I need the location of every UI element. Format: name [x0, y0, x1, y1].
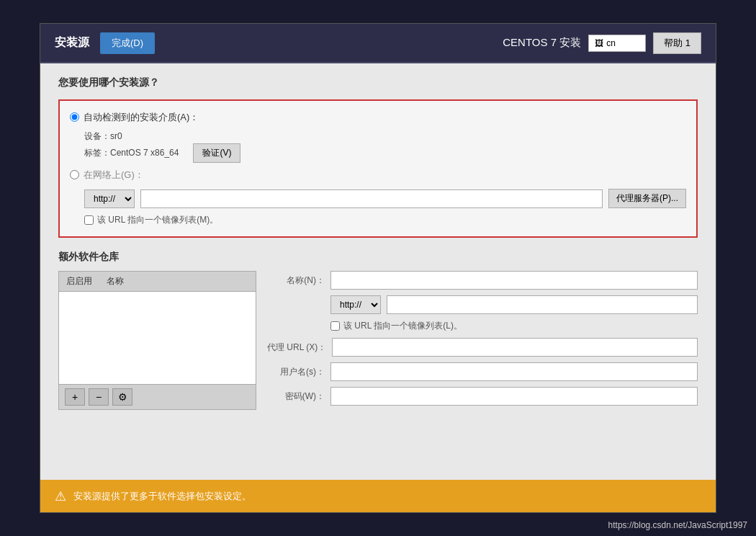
- repo-mirror-label: 该 URL 指向一个镜像列表(L)。: [343, 320, 462, 332]
- header-left: 安装源 完成(D): [55, 32, 155, 54]
- url-input[interactable]: [140, 189, 603, 208]
- language-selector[interactable]: 🖼 cn: [588, 35, 646, 52]
- url-checkbox-row: 该 URL 指向一个镜像列表(M)。: [84, 214, 686, 226]
- repo-mirror-checkbox-row: 该 URL 指向一个镜像列表(L)。: [330, 320, 698, 332]
- label-text: 标签：CentOS 7 x86_64: [84, 146, 179, 160]
- network-radio[interactable]: [70, 170, 79, 179]
- repo-password-label: 密码(W)：: [267, 390, 325, 403]
- install-source-box: 自动检测到的安装介质(A)： 设备：sr0 标签：CentOS 7 x86_64…: [58, 99, 698, 238]
- url-mirror-checkbox[interactable]: [84, 215, 94, 225]
- repos-list-body[interactable]: [58, 291, 256, 385]
- repo-name-row: 名称(N)：: [267, 271, 698, 290]
- url-checkbox-label: 该 URL 指向一个镜像列表(M)。: [97, 214, 218, 226]
- repo-username-input[interactable]: [330, 362, 698, 381]
- repo-protocol-select[interactable]: http://: [330, 295, 381, 314]
- url-input-row: http:// 代理服务器(P)...: [84, 189, 686, 208]
- auto-detect-label: 自动检测到的安装介质(A)：: [84, 111, 199, 124]
- device-info: 设备：sr0 标签：CentOS 7 x86_64 验证(V): [84, 130, 686, 163]
- extra-repos-section: 额外软件仓库 启启用 名称 + − ⚙: [58, 251, 698, 411]
- header-title: 安装源: [55, 35, 89, 50]
- verify-button[interactable]: 验证(V): [193, 143, 240, 163]
- network-row: 在网络上(G)：: [70, 169, 686, 182]
- repo-proxy-input[interactable]: [332, 338, 698, 357]
- header-right: CENTOS 7 安装 🖼 cn 帮助 1: [503, 32, 701, 54]
- repo-protocol-row: http://: [267, 295, 698, 314]
- repo-username-label: 用户名(s)：: [267, 366, 325, 378]
- proxy-button[interactable]: 代理服务器(P)...: [608, 189, 686, 208]
- repos-layout: 启启用 名称 + − ⚙ 名称(N)：: [58, 271, 698, 411]
- header-bar: 安装源 完成(D) CENTOS 7 安装 🖼 cn 帮助 1: [40, 24, 716, 63]
- repo-proxy-row: 代理 URL (X)：: [267, 338, 698, 357]
- done-button[interactable]: 完成(D): [100, 32, 155, 54]
- repo-password-input[interactable]: [330, 387, 698, 406]
- add-repo-button[interactable]: +: [65, 388, 85, 406]
- repo-url-input[interactable]: [387, 295, 698, 314]
- edit-repo-button[interactable]: ⚙: [112, 388, 132, 406]
- repo-proxy-label: 代理 URL (X)：: [267, 341, 326, 354]
- install-source-question: 您要使用哪个安装源？: [58, 76, 698, 89]
- repos-list-actions: + − ⚙: [58, 385, 256, 410]
- col-enabled: 启启用: [66, 275, 92, 287]
- extra-repos-title: 额外软件仓库: [58, 251, 698, 264]
- repo-mirror-checkbox[interactable]: [330, 321, 340, 331]
- remove-repo-button[interactable]: −: [89, 388, 109, 406]
- centos-title: CENTOS 7 安装: [503, 36, 581, 50]
- main-content: 您要使用哪个安装源？ 自动检测到的安装介质(A)： 设备：sr0 标签：Cent…: [40, 63, 716, 480]
- device-label: 设备：sr0: [84, 130, 686, 143]
- warning-text: 安装源提供了更多于软件选择包安装设定。: [73, 490, 251, 503]
- warning-bar: ⚠ 安装源提供了更多于软件选择包安装设定。: [40, 480, 716, 512]
- repo-name-label: 名称(N)：: [267, 274, 325, 287]
- auto-detect-radio[interactable]: [70, 112, 79, 122]
- repo-name-input[interactable]: [330, 271, 698, 290]
- repos-list-panel: 启启用 名称 + − ⚙: [58, 271, 256, 411]
- help-button[interactable]: 帮助 1: [653, 32, 701, 54]
- repos-detail-panel: 名称(N)： http:// 该 URL 指向一个镜像列: [267, 271, 698, 411]
- protocol-select[interactable]: http://: [84, 189, 135, 208]
- network-label: 在网络上(G)：: [84, 169, 144, 182]
- warning-icon: ⚠: [55, 488, 66, 504]
- repos-list-header: 启启用 名称: [58, 271, 256, 291]
- col-name: 名称: [107, 275, 124, 287]
- repo-password-row: 密码(W)：: [267, 387, 698, 406]
- auto-detect-row: 自动检测到的安装介质(A)：: [70, 111, 686, 124]
- repo-username-row: 用户名(s)：: [267, 362, 698, 381]
- watermark: https://blog.csdn.net/JavaScript1997: [608, 520, 747, 530]
- flag-icon: 🖼: [595, 38, 603, 48]
